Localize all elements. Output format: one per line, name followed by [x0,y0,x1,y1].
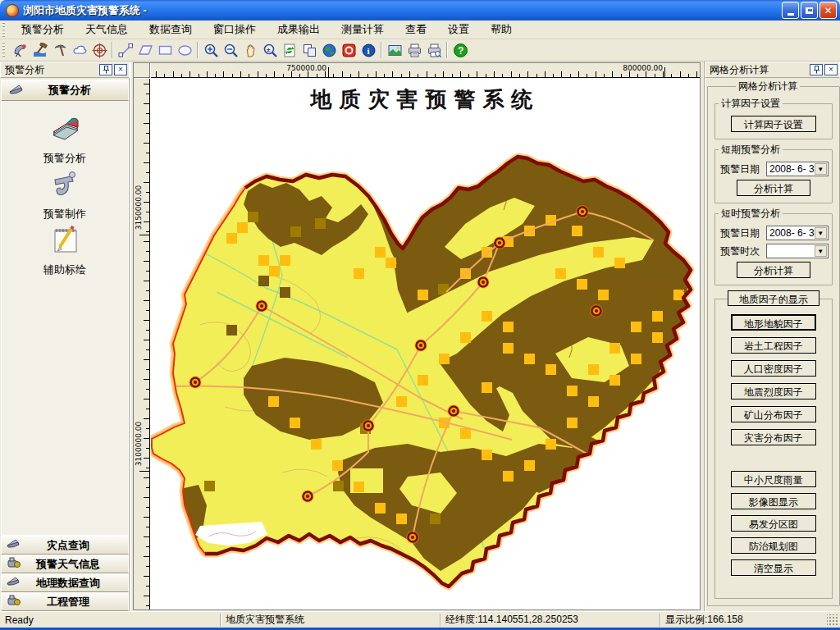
stop-icon[interactable] [339,41,358,60]
status-ready: Ready [0,614,220,627]
print-icon[interactable] [404,41,424,60]
panel-close-button[interactable]: × [114,64,127,75]
map-view[interactable]: 地质灾害预警系统 [151,79,700,609]
toolbar-grip[interactable] [2,42,8,59]
nav-item-auxiliary-plotting[interactable]: 辅助标绘 [16,224,114,280]
bar-geographic-data-query[interactable]: 地理数据查询 [1,573,129,592]
zoom-out-icon[interactable] [221,41,240,60]
short-time-session-combobox[interactable]: ▼ [766,244,829,258]
disaster-distribution-factor-button[interactable]: 灾害分布因子 [731,429,816,445]
bar-label: 工程管理 [26,595,128,609]
title-bar: 浏阳市地质灾害预警系统 - ✕ [0,0,840,21]
left-section-header[interactable]: 预警分析 [1,80,129,101]
bar-warning-weather-info[interactable]: 预警天气信息 [1,555,129,573]
restore-button[interactable] [801,2,818,19]
help-icon[interactable]: ? [450,41,470,60]
menu-help[interactable]: 帮助 [480,20,523,39]
nav-item-warning-production[interactable]: 预警制作 [16,168,114,224]
bar-label: 灾点查询 [26,538,128,553]
zoom-select-icon[interactable]: ± [260,41,280,60]
info-icon[interactable]: i [358,41,378,60]
ellipse-tool-icon[interactable] [175,41,194,60]
vertical-ruler: 3150000.003100000.00 [134,79,150,609]
close-button[interactable]: ✕ [819,2,837,19]
plane-tool-icon [7,539,21,551]
short-time-legend: 短时预警分析 [719,207,783,221]
machine-icon [7,557,21,571]
short-time-date-combobox[interactable]: 2008- 6- 3 ▼ [766,226,829,240]
menu-view[interactable]: 查看 [395,20,437,39]
chevron-down-icon[interactable]: ▼ [815,245,827,257]
geo-factor-group: 地质因子的显示 地形地貌因子 岩土工程因子 人口密度因子 地震烈度因子 矿山分布… [714,299,833,599]
imagery-display-button[interactable]: 影像图显示 [731,493,816,509]
calc-factor-settings-button[interactable]: 计算因子设置 [731,116,816,132]
short-time-session-label: 预警时次 [720,244,766,258]
nav-item-label: 预警分析 [43,151,86,166]
rectangle-tool-icon[interactable] [155,41,175,60]
menu-grip[interactable] [2,22,8,37]
short-term-group: 短期预警分析 预警日期 2008- 6- 3 ▼ 分析计算 [714,143,833,203]
target-icon[interactable] [89,41,109,60]
refresh-icon[interactable] [280,41,299,60]
clear-display-button[interactable]: 清空显示 [731,559,816,576]
geo-factor-display-button[interactable]: 地质因子的显示 [728,290,819,306]
mine-distribution-factor-button[interactable]: 矿山分布因子 [731,406,816,422]
bar-project-management[interactable]: 工程管理 [1,592,129,611]
calc-factor-group: 计算因子设置 计算因子设置 [714,97,833,139]
menu-result-output[interactable]: 成果输出 [267,20,331,39]
radar-icon[interactable] [11,41,30,60]
pan-hand-icon[interactable] [240,41,260,60]
polygon-tool-icon[interactable] [135,41,155,60]
svg-text:±: ± [267,46,271,53]
left-section-label: 预警分析 [31,83,128,98]
pin-button[interactable] [810,64,823,75]
short-term-analyze-button[interactable]: 分析计算 [737,180,810,196]
terrain-factor-button[interactable]: 地形地貌因子 [731,314,816,331]
copy-layers-icon[interactable] [299,41,319,60]
chevron-down-icon[interactable]: ▼ [815,163,827,175]
menu-weather-info[interactable]: 天气信息 [75,20,139,39]
globe-icon[interactable] [319,41,339,60]
plane-tool-icon [8,84,25,98]
rainfall-scale-button[interactable]: 中小尺度雨量 [731,471,816,487]
menu-warning-analysis[interactable]: 预警分析 [11,20,75,39]
nav-item-warning-analysis[interactable]: 预警分析 [16,112,114,168]
menu-data-query[interactable]: 数据查询 [139,20,203,39]
seismic-intensity-factor-button[interactable]: 地震烈度因子 [731,383,816,399]
status-coordinates: 经纬度:114.140551,28.250253 [440,614,660,627]
close-icon: ✕ [824,5,832,16]
menu-measure-calc[interactable]: 测量计算 [331,20,395,39]
short-time-analyze-button[interactable]: 分析计算 [737,262,810,278]
map-canvas[interactable] [151,79,700,609]
panel-close-button[interactable]: × [824,64,838,75]
left-panel: 预警分析 × 预警分析 预警分析 预警制作 辅助标绘 [0,62,131,611]
right-panel-titlebar: 网格分析计算 × [705,62,840,78]
bar-label: 地理数据查询 [26,576,128,591]
nav-item-label: 辅助标绘 [43,262,86,277]
pin-button[interactable] [99,64,112,75]
geotech-factor-button[interactable]: 岩土工程因子 [731,337,816,354]
resize-grip[interactable] [827,614,838,626]
plane-tool-icon [7,577,21,589]
grid-analysis-group: 网格分析计算 计算因子设置 计算因子设置 短期预警分析 预警日期 2008- 6… [707,80,840,606]
minimize-button[interactable] [782,2,799,19]
short-term-date-combobox[interactable]: 2008- 6- 3 ▼ [766,162,829,176]
cloud-icon[interactable] [70,41,89,60]
print-preview-icon[interactable] [424,41,444,60]
short-time-date-value: 2008- 6- 3 [767,227,815,239]
prevention-plan-button[interactable]: 防治规划图 [731,537,816,554]
chevron-down-icon[interactable]: ▼ [815,227,827,239]
left-panel-titlebar: 预警分析 × [0,62,130,78]
zoom-in-icon[interactable] [201,41,221,60]
bar-disaster-point-query[interactable]: 灾点查询 [1,536,129,555]
pick-icon[interactable] [50,41,70,60]
susceptibility-zoning-button[interactable]: 易发分区图 [731,515,816,532]
tool-bar: ± i ? [0,39,840,62]
line-tool-icon[interactable] [116,41,135,60]
menu-settings[interactable]: 设置 [437,20,480,39]
menu-window-ops[interactable]: 窗口操作 [203,20,267,39]
population-density-factor-button[interactable]: 人口密度因子 [731,360,816,377]
hammer-water-icon[interactable] [30,41,50,60]
image-view-icon[interactable] [385,41,404,60]
status-document: 地质灾害预警系统 [220,614,440,627]
